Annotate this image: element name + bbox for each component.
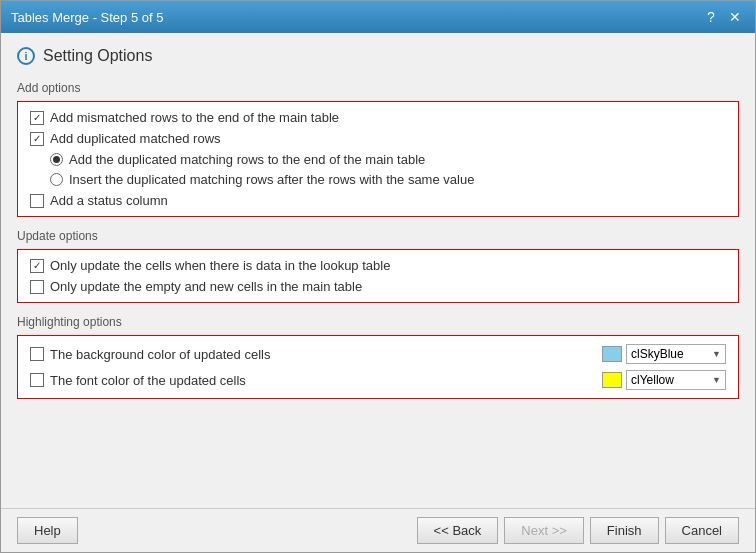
next-button[interactable]: Next >> [504,517,584,544]
bg-color-swatch [602,346,622,362]
only-update-empty-label: Only update the empty and new cells in t… [50,279,362,294]
add-end-row: Add the duplicated matching rows to the … [50,152,726,167]
help-button[interactable]: Help [17,517,78,544]
back-button[interactable]: << Back [417,517,499,544]
font-color-checkbox[interactable] [30,373,44,387]
only-update-empty-checkbox[interactable] [30,280,44,294]
title-bar: Tables Merge - Step 5 of 5 ? ✕ [1,1,755,33]
footer-right: << Back Next >> Finish Cancel [417,517,739,544]
bg-color-select-group: clSkyBlue ▼ [602,344,726,364]
page-header: i Setting Options [17,43,739,69]
insert-after-row: Insert the duplicated matching rows afte… [50,172,726,187]
font-color-select-group: clYellow ▼ [602,370,726,390]
footer: Help << Back Next >> Finish Cancel [1,508,755,552]
bg-color-arrow: ▼ [712,349,721,359]
only-update-data-row: Only update the cells when there is data… [30,258,726,273]
highlighting-options-section: Highlighting options The background colo… [17,315,739,399]
help-button[interactable]: ? [701,7,721,27]
add-mismatched-checkbox[interactable] [30,111,44,125]
add-mismatched-row: Add mismatched rows to the end of the ma… [30,110,726,125]
add-status-checkbox[interactable] [30,194,44,208]
font-color-row: The font color of the updated cells clYe… [30,370,726,390]
bg-color-dropdown[interactable]: clSkyBlue ▼ [626,344,726,364]
only-update-data-checkbox[interactable] [30,259,44,273]
add-duplicated-row: Add duplicated matched rows [30,131,726,146]
info-icon: i [17,47,35,65]
highlighting-options-box: The background color of updated cells cl… [17,335,739,399]
font-color-swatch [602,372,622,388]
add-status-row: Add a status column [30,193,726,208]
title-bar-controls: ? ✕ [701,7,745,27]
finish-button[interactable]: Finish [590,517,659,544]
bg-color-label-group: The background color of updated cells [30,347,596,362]
content-area: i Setting Options Add options Add mismat… [1,33,755,508]
cancel-button[interactable]: Cancel [665,517,739,544]
font-color-dropdown[interactable]: clYellow ▼ [626,370,726,390]
only-update-empty-row: Only update the empty and new cells in t… [30,279,726,294]
font-color-arrow: ▼ [712,375,721,385]
window-title: Tables Merge - Step 5 of 5 [11,10,163,25]
close-button[interactable]: ✕ [725,7,745,27]
add-end-radio[interactable] [50,153,63,166]
add-end-label: Add the duplicated matching rows to the … [69,152,425,167]
update-options-box: Only update the cells when there is data… [17,249,739,303]
footer-left: Help [17,517,78,544]
main-window: Tables Merge - Step 5 of 5 ? ✕ i Setting… [0,0,756,553]
add-options-box: Add mismatched rows to the end of the ma… [17,101,739,217]
update-options-section: Update options Only update the cells whe… [17,229,739,303]
only-update-data-label: Only update the cells when there is data… [50,258,390,273]
page-title: Setting Options [43,47,152,65]
highlighting-options-label: Highlighting options [17,315,739,329]
insert-after-label: Insert the duplicated matching rows afte… [69,172,474,187]
update-options-label: Update options [17,229,739,243]
add-duplicated-label: Add duplicated matched rows [50,131,221,146]
bg-color-value: clSkyBlue [631,347,684,361]
add-status-label: Add a status column [50,193,168,208]
add-options-section: Add options Add mismatched rows to the e… [17,81,739,217]
insert-after-radio[interactable] [50,173,63,186]
bg-color-checkbox[interactable] [30,347,44,361]
font-color-label: The font color of the updated cells [50,373,246,388]
add-mismatched-label: Add mismatched rows to the end of the ma… [50,110,339,125]
bg-color-row: The background color of updated cells cl… [30,344,726,364]
font-color-label-group: The font color of the updated cells [30,373,596,388]
add-duplicated-checkbox[interactable] [30,132,44,146]
bg-color-label: The background color of updated cells [50,347,270,362]
sub-options: Add the duplicated matching rows to the … [30,152,726,187]
font-color-value: clYellow [631,373,674,387]
add-options-label: Add options [17,81,739,95]
